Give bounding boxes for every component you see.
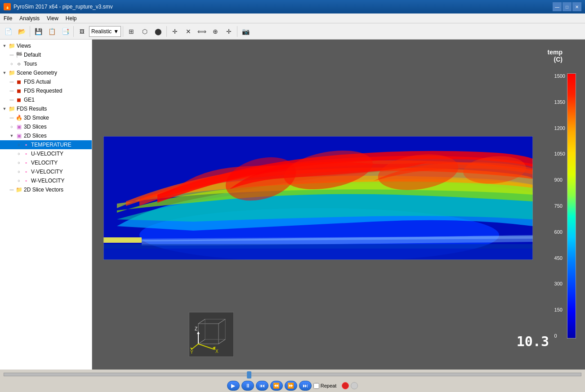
rewind-button[interactable]: ⏪ [270, 381, 283, 391]
toolbar-open[interactable]: 📂 [15, 25, 28, 38]
sidebar-item-3d-smoke[interactable]: — 🔥 3D Smoke [0, 113, 92, 122]
sidebar-label-temperature: TEMPERATURE [31, 142, 71, 148]
toolbar-new[interactable]: 📄 [2, 25, 14, 38]
forward-button[interactable]: ⏩ [285, 381, 297, 391]
toolbar-pan[interactable]: ✛ [223, 25, 235, 38]
toolbar-rotate[interactable]: ✕ [182, 25, 195, 38]
svg-text:Y: Y [190, 350, 193, 355]
svg-rect-12 [198, 324, 219, 344]
repeat-checkbox[interactable] [313, 383, 319, 389]
app-icon: 🔥 [4, 3, 11, 10]
menu-analysis[interactable]: Analysis [16, 13, 43, 23]
timeline-thumb[interactable] [247, 371, 251, 379]
sidebar-item-label: Views [17, 43, 31, 49]
sidebar-label-fds-requested: FDS Requested [24, 88, 62, 94]
fds-results-icon: 📁 [8, 105, 15, 112]
scene-geometry-icon: 📁 [8, 69, 15, 76]
cb-label-900: 900 [554, 177, 565, 183]
toolbar-save[interactable]: 💾 [32, 25, 45, 38]
menu-file[interactable]: File [0, 13, 16, 23]
menu-help[interactable]: Help [62, 13, 80, 23]
sidebar-item-views[interactable]: ▼ 📁 Views [0, 41, 92, 50]
svg-line-17 [219, 339, 225, 344]
default-icon: 🏁 [15, 51, 22, 58]
sidebar-item-v-velocity[interactable]: ○ ▪ V-VELOCITY [0, 167, 92, 176]
toolbar-render[interactable]: 🖼 [76, 25, 88, 38]
minimize-button[interactable]: — [553, 2, 562, 11]
toolbar: 📄 📂 💾 📋 📑 🖼 Realistic ▼ ⊞ ⬡ ⬤ ✛ ✕ ⟺ ⊕ ✛ … [0, 23, 585, 40]
timeline-track[interactable] [4, 373, 581, 376]
sidebar-item-ge1[interactable]: — ◼ GE1 [0, 95, 92, 104]
svg-line-25 [198, 344, 214, 349]
maximize-button[interactable]: □ [563, 2, 572, 11]
sidebar-label-3d-smoke: 3D Smoke [24, 115, 49, 121]
w-velocity-icon: ▪ [22, 177, 30, 184]
repeat-label: Repeat [321, 383, 336, 388]
svg-text:X: X [215, 349, 219, 354]
toolbar-view-dropdown[interactable]: Realistic ▼ [89, 26, 121, 37]
expand-u-vel: ○ [16, 151, 22, 156]
repeat-checkbox-label[interactable]: Repeat [313, 383, 336, 389]
sidebar-item-default[interactable]: — 🏁 Default [0, 50, 92, 59]
toolbar-sphere[interactable]: ⬤ [152, 25, 165, 38]
toolbar-camera[interactable]: 📷 [239, 25, 252, 38]
viewport[interactable]: temp (C) 1500 1350 1200 1050 900 750 600… [92, 40, 585, 370]
fds-actual-icon: ◼ [15, 78, 22, 85]
sidebar-item-2d-slices[interactable]: ▼ ▣ 2D Slices [0, 131, 92, 140]
colorbar-title: temp (C) [548, 49, 563, 63]
sidebar-label-fds-results: FDS Results [17, 106, 47, 112]
sidebar-item-w-velocity[interactable]: ○ ▪ W-VELOCITY [0, 176, 92, 185]
expand-fds-results: ▼ [2, 106, 7, 111]
expand-tours: ○ [9, 61, 14, 67]
title-bar: 🔥 PyroSim 2017 x64 - pipe_rupture_v3.smv… [0, 0, 585, 13]
toolbar-copy[interactable]: 📑 [59, 25, 71, 38]
sidebar-label-tours: Tours [24, 61, 37, 67]
sidebar-item-temperature[interactable]: ○ ▪ TEMPERATURE [0, 140, 92, 149]
expand-3d-slices: ○ [9, 124, 14, 129]
rewind-start-button[interactable]: ⏮ [256, 381, 268, 391]
cb-label-0: 0 [554, 333, 565, 339]
sidebar-item-fds-results[interactable]: ▼ 📁 FDS Results [0, 104, 92, 113]
cb-label-1500: 1500 [554, 73, 565, 79]
colorbar-gradient [567, 73, 576, 339]
expand-temp: ○ [16, 142, 22, 147]
expand-scene: ▼ [2, 70, 7, 76]
pause-button[interactable]: ⏸ [241, 381, 254, 391]
toolbar-grid[interactable]: ⊞ [125, 25, 138, 38]
menu-bar: File Analysis View Help [0, 13, 585, 23]
temperature-icon: ▪ [22, 141, 30, 148]
sidebar-label-fds-actual: FDS Actual [24, 79, 51, 85]
record-indicator [342, 382, 349, 389]
close-button[interactable]: ✕ [572, 2, 581, 11]
toolbar-move[interactable]: ✛ [169, 25, 181, 38]
2d-slices-icon: ▣ [15, 132, 22, 139]
velocity-icon: ▪ [22, 159, 30, 166]
play-button[interactable]: ▶ [227, 381, 240, 391]
fire-visualization [103, 136, 533, 260]
dropdown-value: Realistic [91, 28, 112, 35]
expand-v-vel: ○ [16, 169, 22, 174]
forward-end-button[interactable]: ⏭ [299, 381, 312, 391]
sidebar-label-u-velocity: U-VELOCITY [31, 151, 63, 157]
expand-2d-slices: ▼ [9, 133, 14, 138]
sidebar-label-scene-geometry: Scene Geometry [17, 70, 57, 76]
sidebar-item-fds-actual[interactable]: — ◼ FDS Actual [0, 77, 92, 86]
sidebar-item-3d-slices[interactable]: ○ ▣ 3D Slices [0, 122, 92, 131]
cb-label-750: 750 [554, 203, 565, 209]
sidebar-item-fds-requested[interactable]: — ◼ FDS Requested [0, 86, 92, 95]
sidebar-item-tours[interactable]: ○ ○ Tours [0, 59, 92, 68]
toolbar-saveas[interactable]: 📋 [45, 25, 58, 38]
main-layout: ▼ 📁 Views — 🏁 Default ○ ○ Tours ▼ 📁 Scen… [0, 40, 585, 370]
cb-label-1350: 1350 [554, 99, 565, 105]
toolbar-box[interactable]: ⬡ [138, 25, 151, 38]
svg-line-15 [219, 319, 225, 324]
sidebar-item-2d-slice-vectors[interactable]: — 📁 2D Slice Vectors [0, 185, 92, 194]
menu-view[interactable]: View [43, 13, 62, 23]
svg-text:Z: Z [195, 326, 197, 331]
sidebar-item-u-velocity[interactable]: ○ ▪ U-VELOCITY [0, 149, 92, 158]
sidebar-item-scene-geometry[interactable]: ▼ 📁 Scene Geometry [0, 68, 92, 77]
sidebar-item-velocity[interactable]: ○ ▪ VELOCITY [0, 158, 92, 167]
toolbar-scale[interactable]: ⟺ [196, 25, 208, 38]
v-velocity-icon: ▪ [22, 168, 30, 175]
toolbar-translate[interactable]: ⊕ [209, 25, 222, 38]
